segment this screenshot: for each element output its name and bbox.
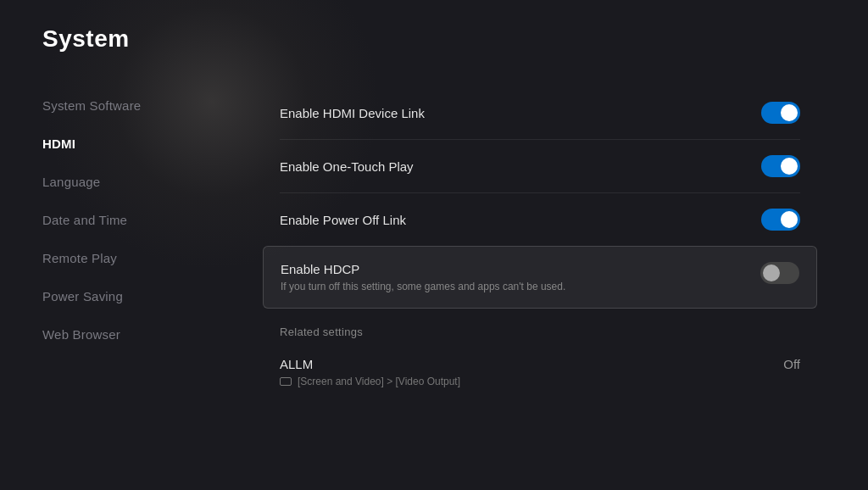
allm-title: ALLM	[280, 357, 460, 371]
page-title: System	[0, 25, 868, 53]
sidebar-item-date-and-time[interactable]: Date and Time	[42, 201, 246, 239]
hdcp-description: If you turn off this setting, some games…	[281, 281, 743, 292]
screen-icon	[280, 377, 292, 386]
hdcp-toggle[interactable]	[760, 262, 799, 284]
sidebar-item-power-saving[interactable]: Power Saving	[42, 277, 246, 315]
hdmi-device-link-row: Enable HDMI Device Link	[263, 86, 817, 139]
main-panel: Enable HDMI Device Link Enable One-Touch…	[246, 78, 868, 490]
sidebar-item-web-browser[interactable]: Web Browser	[42, 315, 246, 354]
allm-row[interactable]: ALLM [Screen and Video] > [Video Output]…	[263, 348, 817, 396]
allm-path: [Screen and Video] > [Video Output]	[280, 376, 460, 387]
hdmi-device-link-slider	[761, 102, 800, 124]
one-touch-play-toggle[interactable]	[761, 155, 800, 177]
one-touch-play-label: Enable One-Touch Play	[280, 159, 414, 174]
power-off-link-slider	[761, 209, 800, 231]
allm-value: Off	[783, 357, 800, 371]
hdcp-row: Enable HDCP If you turn off this setting…	[263, 246, 817, 309]
sidebar: System Software HDMI Language Date and T…	[0, 78, 246, 490]
power-off-link-label: Enable Power Off Link	[280, 213, 406, 227]
power-off-link-row: Enable Power Off Link	[263, 193, 817, 246]
hdmi-device-link-label: Enable HDMI Device Link	[280, 106, 425, 120]
one-touch-play-slider	[761, 155, 800, 177]
hdmi-device-link-toggle[interactable]	[761, 102, 800, 124]
one-touch-play-row: Enable One-Touch Play	[263, 140, 817, 192]
sidebar-item-language[interactable]: Language	[42, 163, 246, 201]
allm-info: ALLM [Screen and Video] > [Video Output]	[280, 357, 460, 387]
sidebar-item-hdmi[interactable]: HDMI	[42, 125, 246, 163]
hdcp-text-group: Enable HDCP If you turn off this setting…	[281, 262, 743, 292]
related-settings-label: Related settings	[263, 309, 817, 348]
hdcp-slider	[760, 262, 799, 284]
sidebar-item-remote-play[interactable]: Remote Play	[42, 239, 246, 277]
hdcp-label: Enable HDCP	[281, 262, 743, 276]
power-off-link-toggle[interactable]	[761, 209, 800, 231]
sidebar-item-system-software[interactable]: System Software	[42, 86, 246, 125]
